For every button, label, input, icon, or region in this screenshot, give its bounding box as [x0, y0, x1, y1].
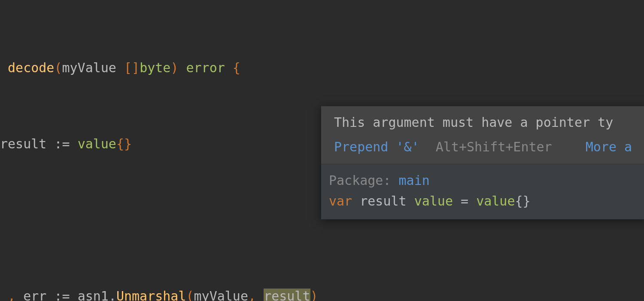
code-line-3[interactable]: _, err := asn1.Unmarshal(myValue, result… — [0, 283, 644, 301]
highlighted-argument[interactable]: result — [264, 289, 310, 301]
code-line-1[interactable]: decode(myValue []byte) error { — [0, 55, 644, 80]
package-line: Package: main — [329, 170, 640, 191]
symbol-info: Package: main var result value = value{} — [321, 164, 644, 219]
more-actions-link[interactable]: More a — [586, 139, 632, 154]
inspection-actions: Prepend '&' Alt+Shift+Enter More a — [321, 135, 644, 164]
declaration-line: var result value = value{} — [329, 191, 640, 212]
func-name: decode — [8, 60, 54, 75]
inspection-popup[interactable]: This argument must have a pointer ty Pre… — [321, 106, 644, 219]
inspection-message: This argument must have a pointer ty — [321, 106, 644, 135]
package-name[interactable]: main — [399, 173, 430, 188]
prepend-amp-action[interactable]: Prepend '&' — [334, 139, 419, 154]
package-label: Package: — [329, 173, 391, 188]
shortcut-hint: Alt+Shift+Enter — [436, 139, 552, 154]
